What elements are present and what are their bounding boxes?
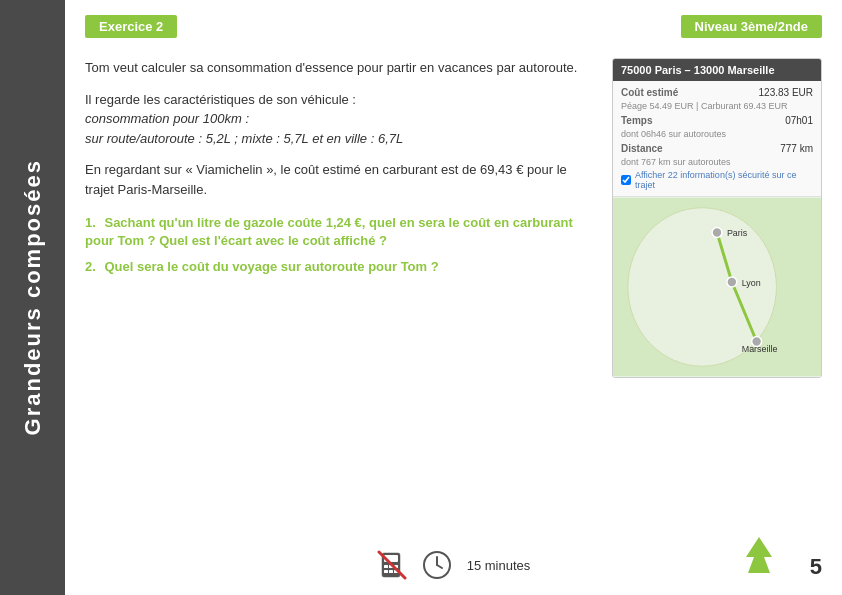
content-area: Tom veut calculer sa consommation d'esse… [85,58,822,378]
main-content: Exercice 2 Niveau 3ème/2nde Tom veut cal… [65,0,842,595]
sidebar: Grandeurs composées [0,0,65,595]
header-row: Exercice 2 Niveau 3ème/2nde [85,15,822,38]
exercice-badge: Exercice 2 [85,15,177,38]
sidebar-label: Grandeurs composées [20,159,46,435]
svg-rect-13 [384,570,388,573]
footer: 15 minutes [65,550,842,580]
distance-value: 777 km [780,143,813,154]
svg-point-2 [712,228,722,238]
no-calculator-icon [377,550,407,580]
temps-value: 07h01 [785,115,813,126]
temps-row: Temps 07h01 [621,115,813,126]
right-panel: 75000 Paris – 13000 Marseille Coût estim… [612,58,822,378]
svg-line-19 [437,565,442,568]
map-visual: Paris Lyon Marseille [613,197,821,377]
para-italic-1: consommation pour 100km : [85,111,249,126]
question-1: 1. Sachant qu'un litre de gazole coûte 1… [85,214,592,250]
svg-rect-14 [389,570,393,573]
temps-sub: dont 06h46 sur autoroutes [621,129,813,139]
tree-icon [742,535,777,575]
svg-text:Marseille: Marseille [742,344,778,354]
svg-marker-20 [746,537,772,573]
cout-value: 123.83 EUR [759,87,813,98]
question-2: 2. Quel sera le coût du voyage sur autor… [85,258,592,276]
distance-label: Distance [621,143,663,154]
map-title: 75000 Paris – 13000 Marseille [613,59,821,81]
map-info: Coût estimé 123.83 EUR Péage 54.49 EUR |… [613,81,821,197]
left-text: Tom veut calculer sa consommation d'esse… [85,58,592,378]
paragraph-2: Il regarde les caractéristiques de son v… [85,90,592,149]
svg-rect-10 [384,565,388,568]
cout-label: Coût estimé [621,87,678,98]
footer-time: 15 minutes [467,558,531,573]
questions-section: 1. Sachant qu'un litre de gazole coûte 1… [85,214,592,277]
map-checkbox[interactable] [621,175,631,185]
map-checkbox-row[interactable]: Afficher 22 information(s) sécurité sur … [621,170,813,190]
clock-icon [422,550,452,580]
paragraph-3: En regardant sur « Viamichelin », le coû… [85,160,592,199]
map-card: 75000 Paris – 13000 Marseille Coût estim… [612,58,822,378]
page-number: 5 [810,554,822,580]
svg-text:Lyon: Lyon [742,278,761,288]
cout-row: Coût estimé 123.83 EUR [621,87,813,98]
temps-label: Temps [621,115,653,126]
map-checkbox-label: Afficher 22 information(s) sécurité sur … [635,170,813,190]
para-italic-2: sur route/autoroute : 5,2L ; mixte : 5,7… [85,131,403,146]
svg-point-4 [727,277,737,287]
svg-text:Paris: Paris [727,228,748,238]
distance-row: Distance 777 km [621,143,813,154]
map-svg: Paris Lyon Marseille [613,197,821,377]
cout-sub: Péage 54.49 EUR | Carburant 69.43 EUR [621,101,813,111]
distance-sub: dont 767 km sur autoroutes [621,157,813,167]
paragraph-1: Tom veut calculer sa consommation d'esse… [85,58,592,78]
niveau-badge: Niveau 3ème/2nde [681,15,822,38]
